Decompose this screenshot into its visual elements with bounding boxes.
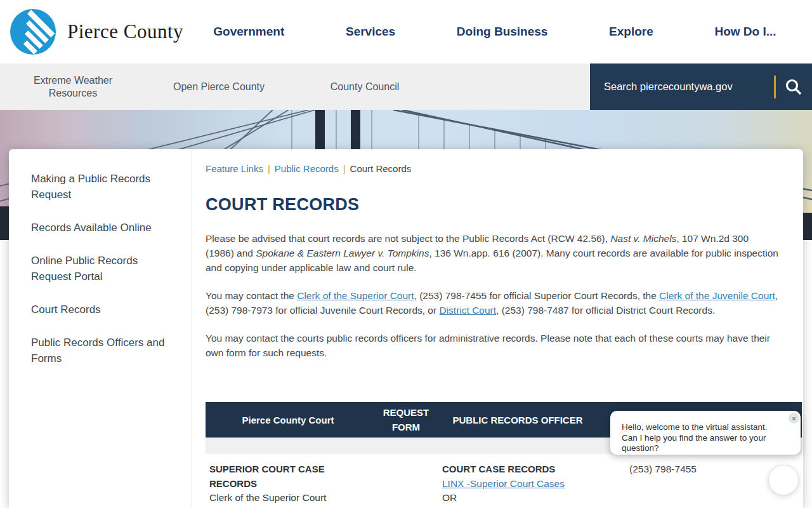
paragraph-records-act: Please be advised that court records are… xyxy=(206,231,780,275)
brand[interactable]: Pierce County xyxy=(0,9,183,55)
secondary-nav-links: Extreme Weather Resources Open Pierce Co… xyxy=(0,64,438,110)
breadcrumb: Feature Links|Public Records|Court Recor… xyxy=(206,163,803,174)
search-icon[interactable] xyxy=(785,78,802,95)
nav-doing-business[interactable]: Doing Business xyxy=(457,25,548,39)
court-record-type: SUPERIOR COURT CASE RECORDS xyxy=(209,462,370,491)
paragraph-officers: You may contact the courts public record… xyxy=(206,331,780,360)
officer-or-label: OR xyxy=(442,491,593,505)
breadcrumb-feature-links[interactable]: Feature Links xyxy=(206,163,263,174)
col-header-officer: PUBLIC RECORDS OFFICER xyxy=(442,402,594,438)
officer-record-type: COURT CASE RECORDS xyxy=(442,462,593,477)
nav-explore[interactable]: Explore xyxy=(609,25,653,39)
table-row-superior-court: SUPERIOR COURT CASE RECORDS Clerk of the… xyxy=(206,454,802,508)
chat-message: Hello, welcome to the virtual assistant.… xyxy=(622,422,785,454)
nav-how-do-i[interactable]: How Do I... xyxy=(714,25,776,39)
paragraph-contacts: You may contact the Clerk of the Superio… xyxy=(206,288,780,318)
search-input[interactable] xyxy=(603,80,769,93)
subnav-open-pierce-county[interactable]: Open Pierce County xyxy=(146,64,292,110)
col-header-court: Pierce County Court xyxy=(206,402,370,438)
district-court-link[interactable]: District Court xyxy=(439,305,496,316)
clerk-superior-court-link[interactable]: Clerk of the Superior Court xyxy=(297,290,414,301)
linx-superior-court-link[interactable]: LINX -Superior Court Cases xyxy=(442,478,565,489)
page-title: COURT RECORDS xyxy=(206,195,803,215)
nav-government[interactable]: Government xyxy=(213,25,284,39)
col-header-request-form: REQUEST FORM xyxy=(370,402,442,438)
site-search xyxy=(590,64,812,110)
search-divider xyxy=(774,76,776,98)
chat-bubble: × Hello, welcome to the virtual assistan… xyxy=(610,411,801,455)
breadcrumb-separator: | xyxy=(263,163,275,174)
sidebar-item-request-portal[interactable]: Online Public Records Request Portal xyxy=(31,253,178,284)
sidebar-item-records-online[interactable]: Records Available Online xyxy=(31,220,178,236)
breadcrumb-current: Court Records xyxy=(350,163,412,174)
main-nav: Government Services Doing Business Explo… xyxy=(183,25,812,39)
subnav-extreme-weather-resources[interactable]: Extreme Weather Resources xyxy=(0,64,146,110)
sidebar-item-making-request[interactable]: Making a Public Records Request xyxy=(31,171,178,203)
clerk-juvenile-court-link[interactable]: Clerk of the Juvenile Court xyxy=(659,290,775,301)
case-citation: Nast v. Michels xyxy=(610,233,676,244)
cell-request-form xyxy=(370,454,442,508)
chat-launcher-button[interactable] xyxy=(768,465,799,495)
cell-phone: (253) 798-7455 xyxy=(594,454,700,508)
pierce-county-logo-icon xyxy=(10,9,56,55)
case-citation: Spokane & Eastern Lawyer v. Tompkins xyxy=(256,248,429,258)
cell-court: SUPERIOR COURT CASE RECORDS Clerk of the… xyxy=(206,454,370,508)
court-line: ATTN Records & Copies xyxy=(209,505,370,508)
site-header: Pierce County Government Services Doing … xyxy=(0,0,812,64)
breadcrumb-separator: | xyxy=(339,163,350,174)
secondary-nav: Extreme Weather Resources Open Pierce Co… xyxy=(0,64,812,110)
sidebar-item-officers-forms[interactable]: Public Records Officers and Forms xyxy=(31,335,178,366)
close-icon[interactable]: × xyxy=(789,413,799,424)
brand-name: Pierce County xyxy=(67,20,183,43)
breadcrumb-public-records[interactable]: Public Records xyxy=(275,163,339,174)
court-line: Clerk of the Superior Court xyxy=(209,491,370,505)
sidebar-item-court-records[interactable]: Court Records xyxy=(31,302,178,318)
sidebar: Making a Public Records Request Records … xyxy=(9,149,192,508)
subnav-county-council[interactable]: County Council xyxy=(292,64,438,110)
cell-officer: COURT CASE RECORDS LINX -Superior Court … xyxy=(442,454,594,508)
nav-services[interactable]: Services xyxy=(346,25,395,39)
